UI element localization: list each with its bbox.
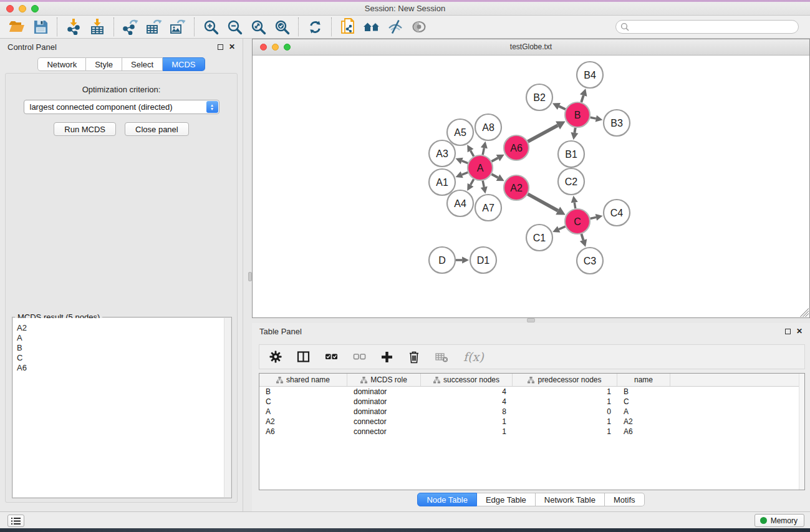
table-scrollbar[interactable] xyxy=(799,374,804,490)
export-network-button[interactable] xyxy=(118,17,142,37)
import-network-button[interactable] xyxy=(62,17,85,37)
toolbar-separator xyxy=(57,17,57,36)
network-graph[interactable]: AA1A2A3A4A5A6A7A8BB1B2B3B4CC1C2C3C4DD1 xyxy=(253,56,809,317)
close-table-panel-icon[interactable]: ✕ xyxy=(796,328,803,334)
edge-A-A6[interactable] xyxy=(491,158,498,162)
table-row[interactable]: A6connector11A6 xyxy=(259,427,804,437)
deselect-all-checkboxes-button[interactable] xyxy=(353,351,366,363)
edge-A6-B[interactable] xyxy=(528,125,557,142)
column-header-name[interactable]: name xyxy=(617,374,670,386)
window-resize-grip[interactable] xyxy=(800,308,809,317)
table-cell: dominator xyxy=(347,397,421,406)
houses-icon xyxy=(363,19,380,34)
node-label-A4: A4 xyxy=(454,198,466,209)
tab-mcds[interactable]: MCDS xyxy=(163,57,205,71)
edge-B-B2[interactable] xyxy=(559,106,565,109)
export-table-button[interactable] xyxy=(142,17,166,37)
refresh-button[interactable] xyxy=(303,17,327,37)
edge-A2-C[interactable] xyxy=(528,194,557,211)
memory-button[interactable]: Memory xyxy=(755,514,804,527)
network-horizontal-scrollbar-thumb[interactable] xyxy=(527,318,535,322)
column-header-MCDS-role[interactable]: MCDS role xyxy=(347,374,421,386)
edge-A-A7[interactable] xyxy=(483,181,484,187)
table-row[interactable]: Adominator80A xyxy=(259,407,804,417)
result-item[interactable]: A xyxy=(17,333,231,343)
delete-row-button[interactable] xyxy=(408,351,420,364)
maximize-network-button[interactable] xyxy=(284,44,291,51)
zoom-selected-icon xyxy=(274,19,290,35)
edge-C-C3[interactable] xyxy=(581,234,583,240)
result-list-scrollbar[interactable] xyxy=(224,318,231,497)
memory-label: Memory xyxy=(771,516,798,525)
search-field-wrap xyxy=(615,20,799,34)
maximize-window-button[interactable] xyxy=(31,5,39,12)
edge-B-B4[interactable] xyxy=(581,95,583,102)
edge-A-A3[interactable] xyxy=(462,161,468,163)
import-table-button[interactable] xyxy=(85,17,109,37)
tab-edge-table[interactable]: Edge Table xyxy=(477,493,536,506)
edge-A-A2[interactable] xyxy=(491,174,498,178)
close-window-button[interactable] xyxy=(6,5,14,12)
minimize-network-button[interactable] xyxy=(272,44,279,51)
edge-C-C1[interactable] xyxy=(559,226,565,229)
zoom-fit-button[interactable] xyxy=(246,17,270,37)
column-header-successor-nodes[interactable]: successor nodes xyxy=(421,374,513,386)
close-panel-icon[interactable]: ✕ xyxy=(229,44,235,50)
tab-motifs[interactable]: Motifs xyxy=(605,493,645,506)
close-network-button[interactable] xyxy=(260,44,267,51)
node-label-A1: A1 xyxy=(436,177,448,188)
edge-B-B1[interactable] xyxy=(574,128,575,133)
tab-network[interactable]: Network xyxy=(37,57,86,71)
edge-A-A8[interactable] xyxy=(483,148,484,155)
column-header-predecessor-nodes[interactable]: predecessor nodes xyxy=(513,374,617,386)
hide-selected-button[interactable] xyxy=(383,17,407,37)
result-item[interactable]: A6 xyxy=(17,363,231,373)
node-table[interactable]: shared nameMCDS rolesuccessor nodesprede… xyxy=(259,373,805,490)
network-graph-canvas[interactable]: AA1A2A3A4A5A6A7A8BB1B2B3B4CC1C2C3C4DD1 xyxy=(253,56,809,317)
search-input[interactable] xyxy=(615,20,799,34)
export-image-button[interactable] xyxy=(166,17,190,37)
zoom-selected-button[interactable] xyxy=(270,17,294,37)
mcds-result-list[interactable]: A2ABCA6 xyxy=(13,318,231,497)
table-row[interactable]: Bdominator41B xyxy=(259,387,804,397)
columns-icon xyxy=(297,351,310,363)
table-row[interactable]: Cdominator41C xyxy=(259,397,804,407)
table-row[interactable]: A2connector11A2 xyxy=(259,417,804,427)
table-columns-button[interactable] xyxy=(297,351,310,363)
float-table-panel-icon[interactable] xyxy=(785,329,791,334)
zoom-in-button[interactable] xyxy=(199,17,223,37)
run-mcds-button[interactable]: Run MCDS xyxy=(54,122,116,136)
result-item[interactable]: C xyxy=(17,353,231,363)
network-vertical-scrollbar-thumb[interactable] xyxy=(248,272,252,281)
column-header-shared-name[interactable]: shared name xyxy=(259,374,347,386)
optimization-criterion-select[interactable]: largest connected component (directed) ▲… xyxy=(24,100,219,114)
first-neighbors-button[interactable] xyxy=(360,17,383,37)
edge-C-C4[interactable] xyxy=(590,217,595,218)
result-item[interactable]: A2 xyxy=(17,323,231,333)
edge-B-B3[interactable] xyxy=(591,117,596,118)
edge-C-C2[interactable] xyxy=(574,202,576,208)
show-all-button[interactable] xyxy=(407,17,431,37)
new-session-from-network-button[interactable] xyxy=(336,17,360,37)
add-row-button[interactable] xyxy=(381,351,393,363)
open-session-button[interactable] xyxy=(5,17,29,37)
float-panel-icon[interactable] xyxy=(218,44,223,50)
edge-A-A4[interactable] xyxy=(471,179,474,185)
edge-A-A1[interactable] xyxy=(462,172,468,175)
toolbar-separator xyxy=(331,17,332,36)
tab-network-table[interactable]: Network Table xyxy=(536,493,605,506)
tab-select[interactable]: Select xyxy=(122,57,163,71)
select-all-checkboxes-button[interactable] xyxy=(325,351,338,363)
tab-style[interactable]: Style xyxy=(86,57,122,71)
zoom-out-button[interactable] xyxy=(223,17,246,37)
table-settings-button[interactable] xyxy=(269,351,282,363)
tab-node-table[interactable]: Node Table xyxy=(417,493,477,506)
edge-A-A5[interactable] xyxy=(471,151,474,157)
task-history-button[interactable] xyxy=(7,515,24,527)
close-panel-button[interactable]: Close panel xyxy=(125,122,189,136)
result-item[interactable]: B xyxy=(17,343,231,353)
save-session-button[interactable] xyxy=(29,17,52,37)
edge-arrowhead xyxy=(481,186,488,194)
node-label-B2: B2 xyxy=(533,92,546,103)
minimize-window-button[interactable] xyxy=(19,5,26,12)
